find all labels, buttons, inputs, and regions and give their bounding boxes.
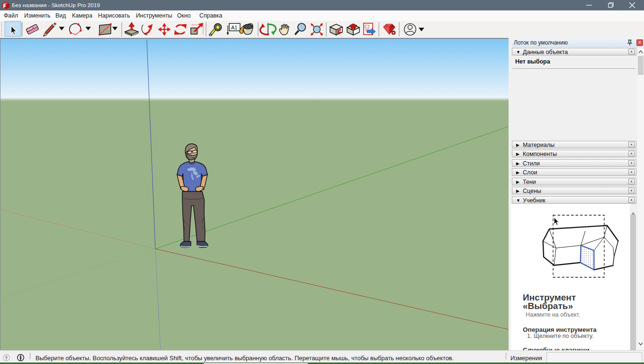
- svg-text:A1: A1: [231, 25, 237, 30]
